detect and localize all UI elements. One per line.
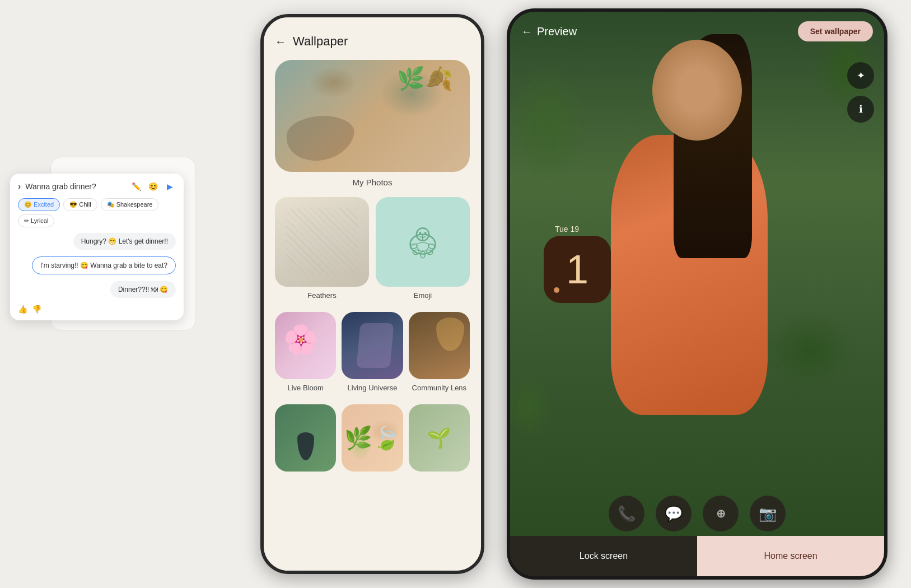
community-lens-label: Community Lens: [409, 384, 470, 394]
bottom-card-1[interactable]: [275, 404, 336, 472]
suggestion-1[interactable]: Hungry? 😁 Let's get dinner!!: [73, 233, 176, 250]
phone-app-button[interactable]: 📞: [609, 496, 644, 531]
messages-app-icon: 💬: [665, 505, 683, 522]
wallpaper-bottom-row: 🌿🍃 🌱: [275, 404, 470, 472]
lock-screen-button[interactable]: Lock screen: [510, 536, 697, 576]
bottom-card-2[interactable]: 🌿🍃: [342, 404, 403, 472]
camera-app-icon: 📷: [759, 505, 777, 522]
phone-app-icon: 📞: [618, 505, 636, 522]
thumbs-up-icon[interactable]: 👍: [18, 305, 27, 314]
clock-shape: 1: [544, 236, 611, 303]
preview-bottom-buttons: Lock screen Home screen: [510, 536, 884, 576]
set-wallpaper-button[interactable]: Set wallpaper: [798, 21, 873, 41]
sparkle-button[interactable]: ✦: [847, 62, 874, 89]
suggestions-area: Hungry? 😁 Let's get dinner!! I'm starvin…: [18, 233, 176, 301]
emoji-card[interactable]: Emoji: [376, 197, 470, 302]
chrome-app-button[interactable]: ⊕: [703, 496, 739, 531]
camera-app-button[interactable]: 📷: [750, 496, 786, 531]
preview-screen-title: Preview: [537, 25, 577, 38]
turtle-svg: [400, 220, 445, 264]
feedback-row: 👍 👎: [18, 305, 176, 314]
living-universe-card[interactable]: Living Universe: [342, 312, 403, 394]
suggestion-3[interactable]: Dinner??!! 🍽 😋: [110, 281, 176, 298]
my-photos-label: My Photos: [275, 178, 470, 187]
preview-phone-frame: ← Preview Set wallpaper ✦ ℹ Tue 19 1: [507, 8, 887, 580]
suggestion-2[interactable]: I'm starving!! 😋 Wanna grab a bite to ea…: [32, 256, 176, 274]
live-bloom-label: Live Bloom: [275, 384, 336, 394]
clock-dot: [554, 287, 559, 293]
tone-chip-excited[interactable]: 😊 Excited: [18, 198, 60, 211]
bottom-card-3[interactable]: 🌱: [409, 404, 470, 472]
preview-header: ← Preview Set wallpaper: [510, 12, 884, 51]
wallpaper-phone-frame: ← Wallpaper 🌿🍂 My Photos Feathers: [260, 14, 484, 574]
person-head: [652, 40, 742, 141]
chrome-app-icon: ⊕: [716, 507, 726, 520]
live-bloom-card[interactable]: 🌸 Live Bloom: [275, 312, 336, 394]
home-screen-button[interactable]: Home screen: [697, 536, 884, 576]
clock-date: Tue 19: [555, 225, 611, 234]
right-panel: ← Preview Set wallpaper ✦ ℹ Tue 19 1: [498, 0, 911, 588]
feathers-card[interactable]: Feathers: [275, 197, 369, 302]
emoji-label: Emoji: [376, 291, 470, 302]
living-universe-label: Living Universe: [342, 384, 403, 394]
shadow-leaves-decoration: [282, 116, 357, 161]
back-button[interactable]: ←: [275, 35, 286, 48]
tone-chip-lyrical[interactable]: ✏ Lyrical: [18, 214, 54, 227]
left-panel: › Wanna grab dinner? ✏️ 😊 ▶ 😊 Excited 😎 …: [0, 0, 246, 588]
wallpaper-grid-3col: 🌸 Live Bloom Living Universe Community L…: [275, 312, 470, 394]
tone-chip-chill[interactable]: 😎 Chill: [63, 198, 97, 211]
wallpaper-screen[interactable]: ← Wallpaper 🌿🍂 My Photos Feathers: [264, 17, 481, 571]
chat-input-row: › Wanna grab dinner? ✏️ 😊 ▶: [18, 180, 176, 193]
expand-icon[interactable]: ›: [18, 181, 21, 192]
messages-app-button[interactable]: 💬: [656, 496, 692, 531]
clock-number: 1: [566, 249, 588, 290]
flower-decoration: 🌸: [283, 323, 318, 356]
middle-panel: ← Wallpaper 🌿🍂 My Photos Feathers: [246, 0, 498, 588]
svg-point-3: [424, 232, 427, 234]
info-button[interactable]: ℹ: [847, 96, 874, 123]
chat-widget: › Wanna grab dinner? ✏️ 😊 ▶ 😊 Excited 😎 …: [10, 174, 184, 320]
send-icon[interactable]: ▶: [163, 180, 176, 193]
chat-input-display[interactable]: Wanna grab dinner?: [25, 182, 125, 191]
tone-chip-shakespeare[interactable]: 🎭 Shakespeare: [101, 198, 159, 211]
svg-point-2: [419, 232, 421, 234]
tone-chips-row: 😊 Excited 😎 Chill 🎭 Shakespeare ✏ Lyrica…: [18, 198, 176, 227]
edit-icon[interactable]: ✏️: [130, 180, 142, 193]
wallpaper-header: ← Wallpaper: [275, 29, 470, 49]
wallpaper-screen-title: Wallpaper: [293, 34, 348, 49]
chat-icon-group: ✏️ 😊 ▶: [130, 180, 176, 193]
preview-back-nav: ← Preview: [521, 25, 577, 38]
sparkle-icon: ✦: [857, 69, 865, 82]
thumbs-down-icon[interactable]: 👎: [32, 305, 41, 314]
info-icon: ℹ: [859, 103, 863, 115]
community-lens-card[interactable]: Community Lens: [409, 312, 470, 394]
hero-thumbnail[interactable]: 🌿🍂: [275, 60, 470, 172]
preview-background: ← Preview Set wallpaper ✦ ℹ Tue 19 1: [510, 12, 884, 576]
preview-back-button[interactable]: ←: [521, 25, 532, 38]
right-action-buttons: ✦ ℹ: [847, 62, 874, 123]
thumbs-group: 👍 👎: [18, 305, 41, 314]
wallpaper-grid-2col: Feathers: [275, 197, 470, 302]
hero-flowers-decoration: 🌿🍂: [397, 66, 453, 92]
clock-widget: Tue 19 1: [544, 225, 611, 303]
app-icons-row: 📞 💬 ⊕ 📷: [510, 496, 884, 531]
emoji-icon[interactable]: 😊: [147, 180, 159, 193]
feathers-label: Feathers: [275, 291, 369, 302]
